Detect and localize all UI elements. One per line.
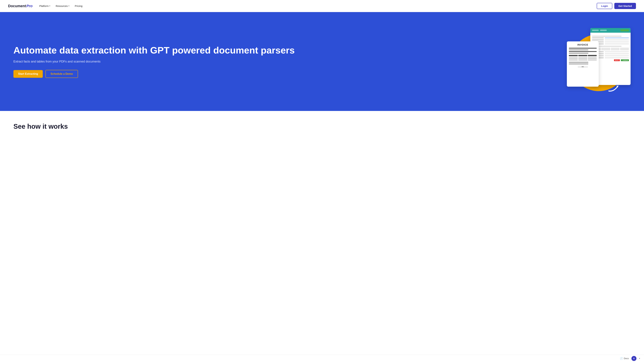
table-cell <box>588 55 597 56</box>
invoice-line-sm <box>569 63 588 64</box>
navbar: Document Pro Platform ▾ Resources ▾ Pric… <box>0 0 644 12</box>
approve-badge: ✓ APPROVE <box>621 59 629 61</box>
table-cell <box>578 58 587 59</box>
doc-row-2 <box>592 39 629 40</box>
table-cell <box>569 55 578 56</box>
hero-illustration: REJECT ✓ APPROVE INVOICE <box>564 25 634 98</box>
nav-item-platform[interactable]: Platform ▾ <box>39 4 50 7</box>
logo-pro: Pro <box>26 4 33 8</box>
invoice-title: INVOICE <box>569 43 597 46</box>
chevron-down-icon: ▾ <box>49 5 50 7</box>
nav-label-pricing: Pricing <box>75 4 82 7</box>
doc-value <box>605 39 629 40</box>
table-cell <box>569 58 578 59</box>
hero-subtitle: Extract facts and tables from your PDFs … <box>14 59 353 64</box>
table-cell <box>569 56 578 57</box>
schedule-demo-button[interactable]: Schedule a Demo <box>46 70 78 78</box>
doc-cell <box>620 48 629 49</box>
doc-value <box>605 51 629 52</box>
invoice-line-sm <box>569 49 588 50</box>
doc-label <box>592 37 604 38</box>
table-cell <box>569 59 578 60</box>
invoice-line-sm <box>569 53 588 54</box>
doc-value <box>605 57 629 58</box>
pay-button-mock: PAY <box>578 66 588 68</box>
hero-content: Automate data extraction with GPT powere… <box>14 45 353 78</box>
hero-buttons: Start Extracting Schedule a Demo <box>14 70 353 78</box>
hero-title: Automate data extraction with GPT powere… <box>14 45 353 55</box>
doc-value <box>605 41 629 42</box>
hero-section: Automate data extraction with GPT powere… <box>0 12 644 111</box>
table-cell <box>578 55 587 56</box>
nav-label-resources: Resources <box>56 4 68 7</box>
nav-links: Platform ▾ Resources ▾ Pricing <box>39 4 82 7</box>
reject-badge: REJECT <box>614 59 620 61</box>
invoice-card: INVOICE <box>567 41 599 87</box>
table-cell <box>578 56 587 57</box>
invoice-table <box>569 55 597 60</box>
table-cell <box>588 56 597 57</box>
table-cell <box>588 59 597 60</box>
invoice-line <box>569 51 597 52</box>
doc-value <box>605 53 629 54</box>
logo[interactable]: Document Pro <box>8 4 32 8</box>
doc-value <box>605 55 629 56</box>
doc-row-1 <box>592 37 629 38</box>
arrow-svg <box>607 83 620 93</box>
nav-item-resources[interactable]: Resources ▾ <box>56 4 70 7</box>
logo-document: Document <box>8 4 26 8</box>
invoice-lines <box>569 48 597 54</box>
start-extracting-button[interactable]: Start Extracting <box>14 70 43 78</box>
nav-right: Login Get Started <box>597 3 636 9</box>
section-works-title: See how it works <box>14 123 630 130</box>
chevron-down-icon: ▾ <box>68 5 70 7</box>
doc-cell <box>620 49 629 50</box>
doc-header-dot <box>592 30 599 31</box>
section-works: See how it works <box>0 111 644 142</box>
doc-value <box>605 37 629 38</box>
doc-header <box>590 28 630 33</box>
invoice-bottom-lines <box>569 62 597 64</box>
nav-item-pricing[interactable]: Pricing <box>75 4 82 7</box>
invoice-line-sm <box>569 62 588 63</box>
arrow-cursor <box>607 83 620 93</box>
doc-value <box>605 43 629 44</box>
doc-header-btn <box>620 29 629 31</box>
nav-left: Document Pro Platform ▾ Resources ▾ Pric… <box>8 4 82 8</box>
doc-cell <box>611 49 620 50</box>
doc-cell <box>602 49 610 50</box>
get-started-button[interactable]: Get Started <box>614 3 636 9</box>
doc-cell <box>602 48 610 49</box>
invoice-line <box>569 48 597 49</box>
doc-cell <box>611 48 620 49</box>
login-button[interactable]: Login <box>597 3 612 9</box>
doc-section-bar <box>592 36 622 37</box>
table-cell <box>588 58 597 59</box>
nav-label-platform: Platform <box>39 4 49 7</box>
doc-header-dot2 <box>600 30 607 31</box>
doc-label <box>592 39 604 40</box>
table-cell <box>578 59 587 60</box>
